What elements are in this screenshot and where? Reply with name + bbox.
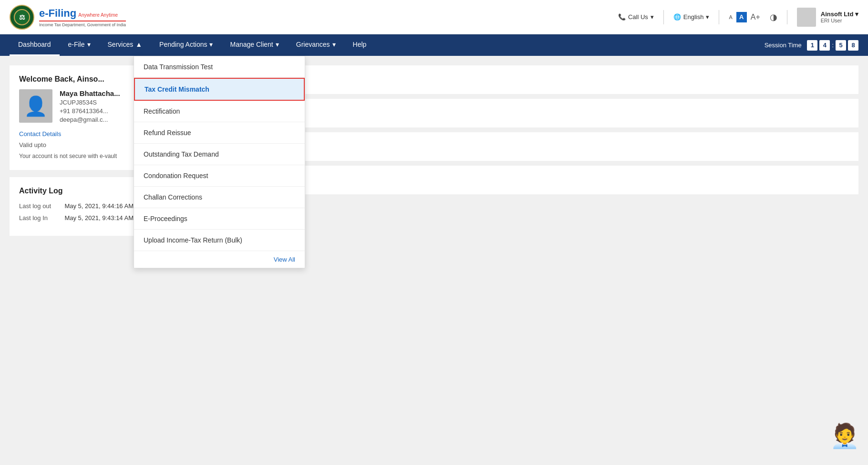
font-decrease-button[interactable]: A — [729, 14, 732, 20]
dropdown-view-all[interactable]: View All — [134, 251, 305, 268]
brand-name: e-Filing — [39, 7, 76, 20]
services-dropdown: Data Transmission Test Tax Credit Mismat… — [134, 56, 305, 268]
user-name: Ainsoft Ltd ▾ — [821, 11, 858, 18]
session-digit-1: 1 — [807, 40, 817, 51]
brand-tagline: Anywhere Anytime — [78, 12, 118, 18]
call-us-button[interactable]: 📞 Call Us ▾ — [618, 13, 654, 21]
main-content: Welcome Back, Ainso... 👤 Maya Bhattacha.… — [0, 56, 868, 465]
header-controls: 📞 Call Us ▾ 🌐 English ▾ A A A+ ◑ Ainsoft… — [618, 8, 858, 27]
activity-log-card: Activity Log Last log out May 5, 2021, 9… — [10, 177, 143, 236]
manage-dropdown-icon: ▾ — [276, 41, 279, 48]
valid-upto-label: Valid upto — [19, 141, 134, 148]
nav-efile[interactable]: e-File ▾ — [60, 34, 99, 56]
last-logout-value: May 5, 2021, 9:44:16 AM — [64, 202, 134, 210]
activity-row-1: Last log out May 5, 2021, 9:44:16 AM — [19, 202, 134, 210]
font-increase-button[interactable]: A+ — [751, 13, 760, 21]
divider-2 — [719, 10, 719, 24]
brand-subtitle: Income Tax Department, Government of Ind… — [39, 22, 126, 27]
user-details: Maya Bhattacha... JCUPJ8534S +91 8764133… — [60, 89, 120, 123]
font-controls: A A A+ — [729, 12, 760, 22]
logo-area: ⚖ e-Filing Anywhere Anytime Income Tax D… — [10, 5, 126, 30]
lang-dropdown-icon: ▾ — [706, 13, 709, 21]
nav-pending-actions[interactable]: Pending Actions ▾ — [151, 34, 221, 56]
session-digit-2: 4 — [819, 40, 830, 51]
user-full-name: Maya Bhattacha... — [60, 89, 120, 97]
svg-text:⚖: ⚖ — [19, 13, 25, 21]
divider-3 — [787, 10, 787, 24]
welcome-text: Welcome Back, Ainso... — [19, 75, 134, 84]
dropdown-data-transmission[interactable]: Data Transmission Test — [134, 56, 305, 78]
evault-warning: Your account is not secure with e-vault — [19, 152, 134, 160]
language-selector[interactable]: 🌐 English ▾ — [673, 13, 710, 21]
divider-1 — [663, 10, 664, 24]
nav-dashboard[interactable]: Dashboard — [10, 34, 60, 56]
session-digit-3: 5 — [836, 40, 846, 51]
session-digit-4: 8 — [848, 40, 858, 51]
user-avatar — [797, 8, 816, 27]
user-menu[interactable]: Ainsoft Ltd ▾ ERI User — [797, 8, 858, 27]
avatar-person-icon: 👤 — [24, 95, 48, 117]
chatbot-avatar: 🧑‍💼 — [830, 422, 858, 450]
grievances-dropdown-icon: ▾ — [332, 41, 336, 48]
last-logout-label: Last log out — [19, 202, 51, 210]
user-pan: JCUPJ8534S — [60, 99, 120, 106]
globe-icon: 🌐 — [673, 13, 681, 21]
dropdown-outstanding-tax[interactable]: Outstanding Tax Demand — [134, 144, 305, 165]
last-login-label: Last log In — [19, 214, 48, 222]
efile-dropdown-icon: ▾ — [87, 41, 91, 48]
user-card-top: 👤 Maya Bhattacha... JCUPJ8534S +91 87641… — [19, 89, 134, 123]
dropdown-eproceedings[interactable]: E-Proceedings — [134, 208, 305, 230]
services-dropdown-icon: ▲ — [135, 41, 142, 48]
call-dropdown-icon: ▾ — [651, 13, 654, 21]
logo-text: e-Filing Anywhere Anytime Income Tax Dep… — [39, 7, 126, 27]
activity-row-2: Last log In May 5, 2021, 9:43:14 AM — [19, 214, 134, 222]
user-phone: +91 876413364... — [60, 107, 120, 115]
dropdown-rectification[interactable]: Rectification — [134, 101, 305, 122]
dropdown-tax-credit[interactable]: Tax Credit Mismatch — [134, 78, 305, 101]
profile-avatar: 👤 — [19, 89, 52, 123]
font-normal-button[interactable]: A — [736, 12, 747, 22]
contact-details-link[interactable]: Contact Details — [19, 130, 134, 137]
user-dropdown-icon: ▾ — [855, 11, 858, 18]
nav-services[interactable]: Services ▲ — [99, 34, 151, 56]
pending-dropdown-icon: ▾ — [209, 41, 213, 48]
activity-log-title: Activity Log — [19, 187, 134, 195]
nav-grievances[interactable]: Grievances ▾ — [288, 34, 344, 56]
contrast-button[interactable]: ◑ — [770, 12, 777, 22]
nav-help[interactable]: Help — [344, 34, 375, 56]
main-navbar: Dashboard e-File ▾ Services ▲ Pending Ac… — [0, 34, 868, 56]
site-header: ⚖ e-Filing Anywhere Anytime Income Tax D… — [0, 0, 868, 34]
user-email: deepa@gmail.c... — [60, 116, 120, 123]
phone-icon: 📞 — [618, 13, 626, 21]
nav-manage-client[interactable]: Manage Client ▾ — [221, 34, 287, 56]
user-info: Ainsoft Ltd ▾ ERI User — [821, 11, 858, 23]
chatbot-widget[interactable]: 🧑‍💼 — [830, 422, 858, 455]
last-login-value: May 5, 2021, 9:43:14 AM — [64, 214, 134, 222]
dropdown-challan[interactable]: Challan Corrections — [134, 187, 305, 208]
dropdown-condonation[interactable]: Condonation Request — [134, 165, 305, 187]
dropdown-refund-reissue[interactable]: Refund Reissue — [134, 122, 305, 144]
user-profile-card: Welcome Back, Ainso... 👤 Maya Bhattacha.… — [10, 65, 143, 170]
dropdown-upload-itr[interactable]: Upload Income-Tax Return (Bulk) — [134, 230, 305, 251]
session-timer: Session Time 1 4 : 5 8 — [765, 40, 858, 51]
user-role: ERI User — [821, 18, 858, 23]
emblem-icon: ⚖ — [10, 5, 34, 30]
left-panel: Welcome Back, Ainso... 👤 Maya Bhattacha.… — [10, 65, 143, 455]
